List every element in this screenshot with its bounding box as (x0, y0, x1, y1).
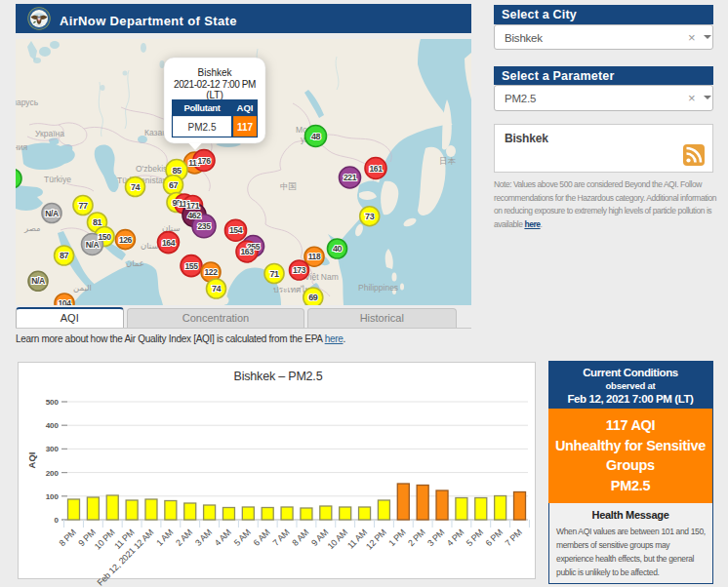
svg-text:Bishkek – PM2.5: Bishkek – PM2.5 (234, 370, 323, 383)
svg-text:Bishkek: Bishkek (197, 67, 232, 78)
svg-text:8 PM: 8 PM (58, 528, 78, 548)
svg-text:400: 400 (46, 421, 60, 430)
svg-text:Україна: Україна (35, 129, 64, 138)
svg-text:500: 500 (46, 398, 60, 407)
svg-text:7 AM: 7 AM (270, 528, 291, 548)
svg-text:10 AM: 10 AM (326, 528, 349, 551)
svg-text:6 AM: 6 AM (252, 528, 272, 548)
svg-text:154: 154 (229, 225, 243, 235)
svg-text:163: 163 (241, 247, 255, 256)
svg-text:Philippines: Philippines (358, 283, 398, 293)
svg-text:ستان: ستان (141, 241, 159, 251)
svg-text:2 PM: 2 PM (406, 528, 426, 548)
svg-text:12 PM: 12 PM (364, 528, 388, 552)
svg-text:85: 85 (172, 166, 182, 176)
svg-text:Türkiye: Türkiye (44, 175, 71, 184)
svg-text:462: 462 (188, 211, 202, 220)
svg-text:5 PM: 5 PM (465, 528, 485, 548)
svg-text:4 AM: 4 AM (213, 528, 233, 548)
svg-text:عمان: عمان (126, 258, 144, 268)
svg-text:(LT): (LT) (206, 90, 223, 100)
svg-text:2021-02-12 7:00 PM: 2021-02-12 7:00 PM (174, 79, 256, 90)
svg-text:2 AM: 2 AM (174, 528, 194, 548)
svg-text:8 AM: 8 AM (290, 528, 310, 548)
svg-text:اليمن: اليمن (73, 283, 92, 293)
svg-text:AQI: AQI (237, 102, 254, 113)
svg-text:48: 48 (311, 132, 321, 141)
svg-text:173: 173 (293, 265, 306, 275)
svg-text:7 PM: 7 PM (504, 528, 524, 548)
svg-text:74: 74 (131, 182, 141, 192)
svg-text:6 PM: 6 PM (484, 528, 505, 548)
svg-text:N/A: N/A (86, 240, 100, 250)
svg-text:161: 161 (370, 164, 384, 174)
svg-text:126: 126 (119, 235, 133, 245)
svg-text:176: 176 (198, 156, 212, 166)
svg-text:235: 235 (198, 221, 212, 231)
svg-text:N/A: N/A (31, 276, 45, 286)
svg-text:100: 100 (46, 492, 60, 501)
svg-text:ния: ния (16, 142, 27, 152)
svg-text:AQI: AQI (26, 452, 37, 469)
svg-text:Pollutant: Pollutant (183, 102, 221, 113)
svg-text:3 AM: 3 AM (193, 528, 214, 548)
svg-text:87: 87 (60, 251, 69, 260)
svg-text:164: 164 (162, 238, 176, 248)
svg-text:73: 73 (365, 212, 375, 221)
svg-text:69: 69 (308, 293, 318, 302)
svg-text:PM2.5: PM2.5 (188, 122, 217, 133)
svg-text:5 AM: 5 AM (232, 528, 253, 548)
svg-text:77: 77 (78, 201, 88, 211)
svg-text:4 PM: 4 PM (445, 528, 465, 548)
svg-text:221: 221 (344, 173, 357, 182)
svg-text:1 AM: 1 AM (154, 528, 175, 548)
svg-text:0: 0 (55, 516, 60, 525)
svg-text:3 PM: 3 PM (425, 528, 446, 548)
svg-text:ларусь: ларусь (16, 98, 39, 107)
svg-text:150: 150 (99, 232, 112, 242)
svg-text:مصر: مصر (23, 223, 41, 233)
svg-text:40: 40 (333, 244, 343, 254)
svg-text:71: 71 (269, 269, 279, 279)
svg-text:200: 200 (46, 469, 60, 478)
svg-text:104: 104 (59, 298, 72, 305)
svg-text:1 PM: 1 PM (386, 528, 407, 548)
svg-text:中国: 中国 (280, 181, 297, 191)
svg-text:Việt Nam: Việt Nam (304, 272, 339, 282)
svg-text:155: 155 (185, 261, 199, 271)
svg-text:171: 171 (186, 201, 200, 211)
svg-text:300: 300 (46, 445, 60, 453)
svg-text:67: 67 (169, 180, 179, 190)
svg-text:81: 81 (93, 217, 102, 227)
svg-text:122: 122 (205, 267, 219, 277)
svg-text:10 PM: 10 PM (93, 528, 117, 552)
svg-text:74: 74 (212, 284, 222, 294)
svg-text:N/A: N/A (45, 209, 59, 218)
svg-text:117: 117 (237, 122, 254, 133)
svg-text:118: 118 (308, 252, 321, 261)
svg-text:日本: 日本 (439, 156, 457, 166)
